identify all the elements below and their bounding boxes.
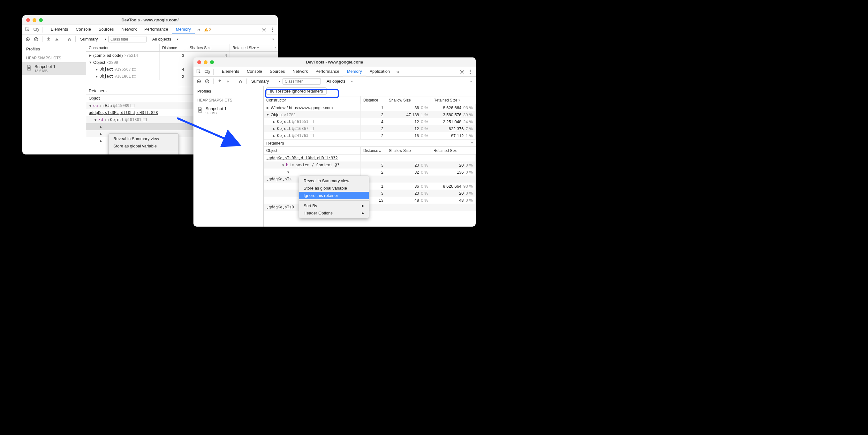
- tab-network[interactable]: Network: [118, 25, 141, 34]
- record-icon[interactable]: [195, 78, 203, 85]
- menu-store-global[interactable]: Store as global variable: [109, 142, 179, 150]
- inspect-icon[interactable]: [195, 68, 203, 75]
- col-distance[interactable]: Distance: [361, 147, 386, 154]
- snapshot-item[interactable]: Snapshot 1 9.3 MB: [193, 104, 264, 117]
- col-distance[interactable]: Distance: [160, 44, 187, 51]
- kebab-icon[interactable]: [467, 68, 474, 75]
- tab-memory[interactable]: Memory: [343, 67, 366, 76]
- close-button[interactable]: [197, 60, 201, 64]
- gear-icon[interactable]: [260, 26, 268, 33]
- menu-reveal-summary[interactable]: Reveal in Summary view: [299, 177, 369, 184]
- tab-console[interactable]: Console: [72, 25, 95, 34]
- inspect-icon[interactable]: [24, 26, 31, 33]
- download-icon[interactable]: [53, 36, 60, 43]
- table-row[interactable]: ▼ 2 320 % 1360 %: [264, 168, 476, 176]
- svg-point-10: [27, 38, 28, 39]
- issues-badge[interactable]: 2: [204, 27, 212, 32]
- tab-application[interactable]: Application: [366, 67, 394, 76]
- tab-elements[interactable]: Elements: [218, 67, 243, 76]
- tab-performance[interactable]: Performance: [141, 25, 172, 34]
- object-filter-select[interactable]: All objects: [325, 78, 353, 84]
- table-row[interactable]: 3 200 % 200 %: [264, 190, 476, 196]
- scrollbar[interactable]: ▪: [273, 44, 278, 51]
- view-mode-select[interactable]: Summary: [249, 78, 281, 84]
- class-filter-input[interactable]: [282, 78, 321, 85]
- col-constructor[interactable]: Constructor: [86, 44, 160, 51]
- table-row[interactable]: 1 360 % 8 626 66493 %: [264, 183, 476, 190]
- view-mode-select[interactable]: Summary: [78, 36, 107, 42]
- clear-icon[interactable]: [33, 36, 39, 43]
- drag-handle-icon[interactable]: ≡: [470, 141, 473, 146]
- object-filter-select[interactable]: All objects: [150, 36, 179, 42]
- snapshot-file-icon: [197, 107, 203, 113]
- col-shallow[interactable]: Shallow Size: [386, 147, 431, 154]
- clear-icon[interactable]: [204, 78, 211, 85]
- record-icon[interactable]: [24, 36, 31, 43]
- table-row[interactable]: ,qddgKe,sTsD: [264, 204, 476, 211]
- svg-rect-34: [199, 110, 200, 111]
- tab-memory[interactable]: Memory: [172, 25, 195, 34]
- maximize-button[interactable]: [210, 60, 214, 64]
- col-shallow[interactable]: Shallow Size: [386, 96, 431, 104]
- tab-network[interactable]: Network: [289, 67, 312, 76]
- tab-elements[interactable]: Elements: [47, 25, 72, 34]
- tab-sources[interactable]: Sources: [95, 25, 118, 34]
- svg-point-7: [272, 29, 273, 30]
- table-row[interactable]: ▼b in system / Context @? 3 200 % 200 %: [264, 161, 476, 168]
- download-icon[interactable]: [224, 78, 231, 85]
- menu-reveal-summary[interactable]: Reveal in Summary view: [109, 135, 179, 142]
- restore-ignored-retainers-button[interactable]: Restore ignored retainers: [266, 88, 327, 95]
- table-row[interactable]: ,qddgKe,sTs: [264, 176, 476, 183]
- gear-icon[interactable]: [458, 68, 465, 75]
- table-row[interactable]: ▶Object @241763 2 160 % 87 1121 %: [264, 132, 476, 139]
- tab-performance[interactable]: Performance: [312, 67, 343, 76]
- kebab-icon[interactable]: [269, 26, 276, 33]
- menu-store-global[interactable]: Store as global variable: [299, 184, 369, 192]
- table-row[interactable]: ,qddgKe,sTsDMc,dtl0hd,eHDfl:932: [264, 154, 476, 161]
- minimize-button[interactable]: [33, 18, 36, 22]
- table-row[interactable]: 13 480 % 480 %: [264, 196, 476, 204]
- constructor-table-header: Constructor Distance Shallow Size Retain…: [264, 96, 476, 104]
- device-icon[interactable]: [204, 68, 211, 75]
- dropdown-icon[interactable]: ▾: [470, 80, 474, 83]
- more-tabs-icon[interactable]: »: [395, 69, 400, 75]
- traffic-lights: [26, 18, 43, 22]
- tab-sources[interactable]: Sources: [266, 67, 289, 76]
- gc-icon[interactable]: [237, 78, 244, 85]
- col-shallow[interactable]: Shallow Size: [187, 44, 230, 51]
- menu-ignore-retainer[interactable]: Ignore this retainer: [299, 192, 369, 199]
- traffic-lights: [197, 60, 214, 64]
- table-row[interactable]: ▼Object ×1782 2 47 1881 % 3 580 57639 %: [264, 111, 476, 118]
- svg-point-31: [198, 81, 199, 82]
- col-object[interactable]: Object: [264, 147, 361, 154]
- table-row[interactable]: ▶Object @216867 2 120 % 622 3767 %: [264, 125, 476, 132]
- svg-rect-19: [131, 104, 134, 107]
- svg-point-6: [272, 27, 273, 28]
- issues-count: 2: [209, 27, 212, 32]
- col-retained[interactable]: Retained Size: [230, 44, 273, 51]
- col-retained[interactable]: Retained Size: [431, 96, 476, 104]
- menu-sort-by[interactable]: Sort By▶: [299, 202, 369, 209]
- close-button[interactable]: [26, 18, 30, 22]
- minimize-button[interactable]: [204, 60, 208, 64]
- table-row[interactable]: ▶Object @461651 4 120 % 2 251 04824 %: [264, 118, 476, 125]
- menu-header-options[interactable]: Header Options▶: [299, 209, 369, 217]
- dropdown-icon[interactable]: ▾: [272, 37, 276, 41]
- menu-sort-by[interactable]: Sort By▶: [109, 153, 179, 154]
- device-icon[interactable]: [33, 26, 39, 33]
- upload-icon[interactable]: [45, 36, 52, 43]
- col-constructor[interactable]: Constructor: [264, 96, 361, 104]
- window-title: DevTools - www.google.com/: [306, 60, 363, 64]
- snapshot-item[interactable]: Snapshot 1 13.6 MB: [22, 62, 86, 75]
- class-filter-input[interactable]: [108, 36, 147, 42]
- gc-icon[interactable]: [66, 36, 73, 43]
- col-retained[interactable]: Retained Size: [431, 147, 476, 154]
- table-row[interactable]: ▶Window / https://www.google.com 1 360 %…: [264, 104, 476, 111]
- tab-console[interactable]: Console: [243, 67, 266, 76]
- maximize-button[interactable]: [39, 18, 43, 22]
- more-tabs-icon[interactable]: »: [196, 27, 202, 33]
- upload-icon[interactable]: [216, 78, 223, 85]
- panel-tabs: Elements Console Sources Network Perform…: [193, 67, 476, 76]
- svg-line-12: [35, 38, 37, 40]
- col-distance[interactable]: Distance: [361, 96, 386, 104]
